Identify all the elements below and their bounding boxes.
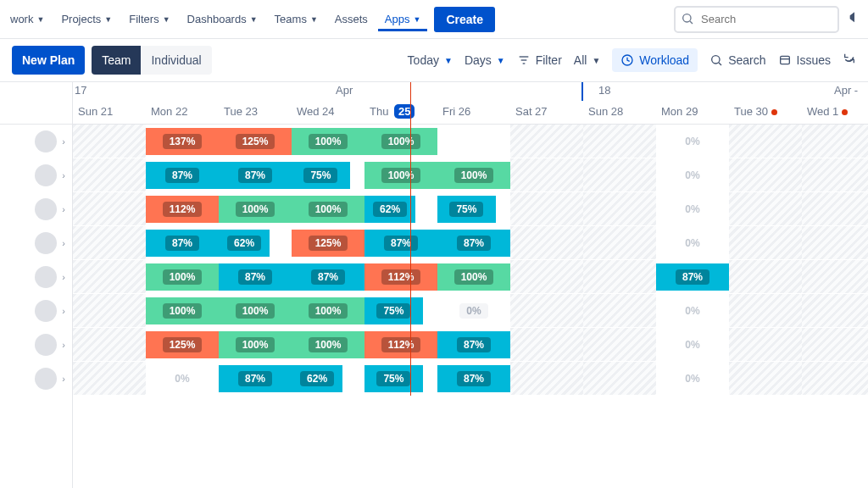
- workload-cell[interactable]: 0%: [146, 365, 219, 392]
- resource-row[interactable]: ›: [0, 260, 72, 294]
- nav-filters[interactable]: Filters▼: [122, 8, 176, 30]
- workload-value: 0%: [678, 168, 706, 183]
- workload-value: 75%: [376, 303, 410, 319]
- workload-cell[interactable]: 75%: [364, 365, 423, 392]
- issues-button[interactable]: Issues: [778, 53, 831, 67]
- svg-line-1: [690, 21, 693, 24]
- workload-cell[interactable]: 100%: [146, 297, 219, 324]
- today-line: [410, 82, 411, 396]
- filter-button[interactable]: Filter: [517, 53, 562, 67]
- workload-cell[interactable]: 0%: [656, 128, 729, 155]
- nav-projects[interactable]: Projects▼: [54, 8, 119, 30]
- workload-value: 87%: [676, 269, 709, 285]
- workload-cell[interactable]: 75%: [292, 162, 350, 189]
- nav-dashboards[interactable]: Dashboards▼: [181, 8, 264, 30]
- workload-cell[interactable]: 87%: [146, 230, 219, 257]
- today-dropdown[interactable]: Today ▼: [408, 53, 453, 67]
- all-dropdown[interactable]: All ▼: [574, 53, 600, 67]
- new-plan-button[interactable]: New Plan: [12, 46, 85, 75]
- day-label: Mon 29: [661, 105, 698, 118]
- workload-cell[interactable]: 0%: [656, 331, 729, 358]
- workload-cell[interactable]: 100%: [292, 128, 364, 155]
- workload-cell[interactable]: 100%: [292, 297, 364, 324]
- workload-cell[interactable]: 87%: [219, 365, 292, 392]
- workload-value: 0%: [168, 371, 196, 386]
- workload-cell[interactable]: 87%: [437, 331, 510, 358]
- workload-cell[interactable]: 87%: [219, 263, 292, 291]
- workload-cell[interactable]: 100%: [219, 297, 292, 324]
- nav-work[interactable]: work▼: [3, 8, 51, 30]
- workload-cell[interactable]: 0%: [656, 162, 729, 189]
- workload-button[interactable]: Workload: [612, 48, 698, 72]
- workload-value: 87%: [165, 168, 199, 183]
- workload-cell[interactable]: 87%: [146, 162, 219, 189]
- chevron-down-icon: ▼: [36, 15, 44, 24]
- resource-row[interactable]: ›: [0, 125, 72, 158]
- chevron-right-icon: ›: [62, 238, 65, 248]
- workload-cell[interactable]: 112%: [364, 331, 437, 358]
- workload-cell[interactable]: 112%: [146, 196, 219, 223]
- workload-value: 100%: [309, 202, 348, 217]
- workload-cell[interactable]: 75%: [437, 196, 496, 223]
- resource-row[interactable]: ›: [0, 192, 72, 226]
- workload-cell[interactable]: 112%: [364, 263, 437, 291]
- resource-row[interactable]: ›: [0, 362, 72, 396]
- workload-cell[interactable]: 87%: [219, 162, 292, 189]
- workload-cell[interactable]: 100%: [146, 263, 219, 291]
- workload-cell[interactable]: 62%: [292, 365, 342, 392]
- workload-cell[interactable]: 100%: [292, 331, 364, 358]
- nav-teams[interactable]: Teams▼: [268, 8, 325, 30]
- workload-cell[interactable]: 75%: [364, 297, 423, 324]
- team-mode-button[interactable]: Team: [92, 46, 141, 75]
- workload-cell[interactable]: 87%: [437, 365, 510, 392]
- nav-assets[interactable]: Assets: [328, 8, 375, 30]
- search-input[interactable]: [674, 6, 839, 33]
- workload-cell[interactable]: 0%: [656, 230, 729, 257]
- workload-cell[interactable]: 100%: [437, 162, 510, 189]
- workload-cell[interactable]: 125%: [146, 331, 219, 358]
- day-label: Sat 27: [515, 105, 548, 118]
- workload-cell[interactable]: 0%: [656, 365, 729, 392]
- create-button[interactable]: Create: [434, 7, 495, 32]
- nav-apps[interactable]: Apps▼: [378, 8, 428, 30]
- workload-cell[interactable]: 137%: [146, 128, 219, 155]
- workload-cell[interactable]: 87%: [656, 263, 729, 291]
- workload-cell[interactable]: 125%: [292, 230, 364, 257]
- workload-value: 125%: [309, 236, 348, 251]
- nav-label: Dashboards: [187, 13, 247, 25]
- workload-cell[interactable]: 87%: [437, 230, 510, 257]
- resource-row[interactable]: ›: [0, 226, 72, 260]
- notifications-icon[interactable]: [848, 11, 861, 27]
- search-icon: [709, 53, 723, 67]
- global-search: [674, 6, 839, 33]
- workload-cell[interactable]: 0%: [656, 297, 729, 324]
- resource-row[interactable]: ›: [0, 328, 72, 362]
- day-label: Fri 26: [442, 105, 470, 118]
- workload-cell[interactable]: 62%: [364, 196, 415, 223]
- workload-cell[interactable]: 100%: [292, 196, 364, 223]
- individual-mode-button[interactable]: Individual: [141, 46, 211, 75]
- search-button[interactable]: Search: [709, 53, 765, 67]
- refresh-icon[interactable]: [843, 52, 856, 69]
- granularity-dropdown[interactable]: Days ▼: [465, 53, 505, 67]
- workload-cell[interactable]: 125%: [219, 128, 292, 155]
- workload-cell[interactable]: 100%: [364, 128, 437, 155]
- workload-cell[interactable]: 100%: [219, 196, 292, 223]
- workload-cell[interactable]: 62%: [219, 230, 270, 257]
- workload-cell[interactable]: 100%: [364, 162, 437, 189]
- workload-cell[interactable]: 87%: [364, 230, 437, 257]
- svg-line-7: [719, 63, 721, 65]
- today-label: Today: [408, 53, 439, 67]
- svg-rect-8: [780, 56, 789, 64]
- workload-cell[interactable]: 87%: [292, 263, 364, 291]
- workload-row: 0%87%62%75%87%0%: [73, 362, 868, 396]
- avatar: [35, 300, 57, 322]
- workload-cell[interactable]: 100%: [437, 263, 510, 291]
- resource-row[interactable]: ›: [0, 158, 72, 192]
- workload-cell[interactable]: 0%: [656, 196, 729, 223]
- workload-value: 87%: [238, 371, 272, 386]
- resource-row[interactable]: ›: [0, 294, 72, 328]
- workload-cell[interactable]: 100%: [219, 331, 292, 358]
- workload-cell[interactable]: 0%: [437, 297, 510, 324]
- nav-label: work: [10, 13, 33, 25]
